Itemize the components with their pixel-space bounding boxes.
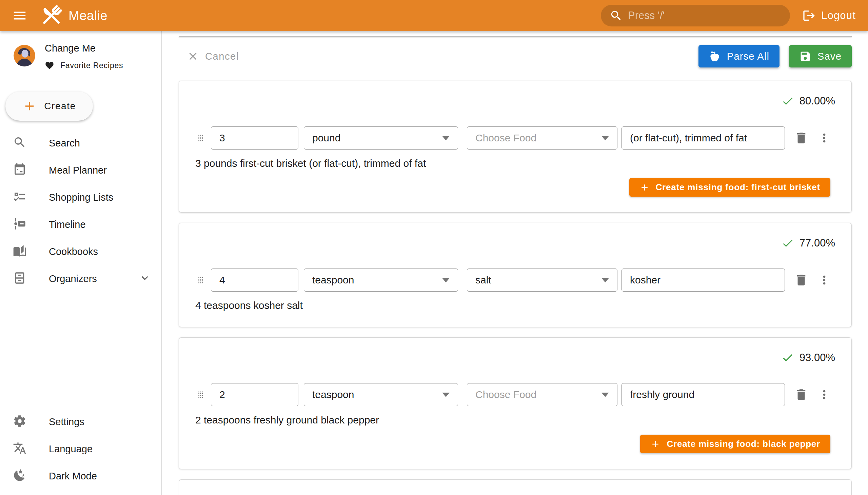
- unit-select[interactable]: pound: [304, 126, 458, 150]
- caret-down-icon: [442, 136, 449, 140]
- unit-select[interactable]: teaspoon: [304, 269, 458, 292]
- unit-value: teaspoon: [312, 274, 354, 286]
- create-missing-food-button[interactable]: Create missing food: black pepper: [640, 434, 830, 453]
- save-button[interactable]: Save: [789, 45, 852, 67]
- cancel-button[interactable]: Cancel: [179, 50, 239, 62]
- sidebar-item-label: Search: [49, 138, 80, 149]
- avatar: [14, 45, 35, 66]
- note-input[interactable]: [622, 383, 785, 406]
- sidebar-item-label: Settings: [49, 416, 84, 428]
- chevron-down-icon[interactable]: [138, 272, 151, 286]
- original-ingredient-text: 4 teaspoons kosher salt: [195, 300, 835, 311]
- food-select[interactable]: salt: [467, 269, 617, 292]
- confidence-value: 93.00%: [800, 352, 835, 364]
- sidebar-item-cookbooks[interactable]: Cookbooks: [0, 238, 161, 265]
- previous-card-edge: [179, 36, 852, 37]
- quantity-input[interactable]: [211, 126, 299, 150]
- plus-icon: [650, 439, 661, 449]
- user-name: Change Me: [45, 43, 123, 54]
- drag-handle[interactable]: [195, 387, 206, 402]
- logout-button[interactable]: Logout: [802, 9, 856, 22]
- sidebar-item-settings[interactable]: Settings: [0, 408, 161, 435]
- logout-label: Logout: [821, 10, 856, 22]
- check-icon: [781, 95, 794, 107]
- sidebar-item-label: Shopping Lists: [49, 192, 113, 203]
- food-value: Choose Food: [475, 132, 537, 144]
- timeline-icon: [13, 217, 27, 232]
- original-ingredient-text: 3 pounds first-cut brisket (or flat-cut)…: [195, 158, 835, 169]
- moon-icon: [13, 468, 27, 483]
- check-icon: [781, 351, 794, 364]
- sidebar-item-organizers[interactable]: Organizers: [0, 265, 161, 292]
- ingredient-card: 93.00% teaspoon Choose Food 2 teaspo: [179, 337, 852, 469]
- save-label: Save: [817, 51, 841, 62]
- ingredient-fields-row: teaspoon Choose Food: [195, 383, 835, 406]
- sidebar-item-shopping-lists[interactable]: Shopping Lists: [0, 184, 161, 211]
- confidence-value: 77.00%: [800, 237, 835, 249]
- drag-handle[interactable]: [195, 131, 206, 146]
- sidebar-item-label: Organizers: [49, 273, 97, 285]
- quantity-input[interactable]: [211, 269, 299, 292]
- sidebar-item-language[interactable]: Language: [0, 435, 161, 462]
- food-value: salt: [475, 274, 491, 286]
- sidebar-item-search[interactable]: Search: [0, 130, 161, 157]
- unit-value: teaspoon: [312, 389, 354, 400]
- original-ingredient-text: 2 teaspoons freshly ground black pepper: [195, 414, 835, 426]
- parse-all-button[interactable]: Parse All: [698, 45, 780, 67]
- global-search-input[interactable]: Press '/': [601, 5, 790, 27]
- food-select[interactable]: Choose Food: [467, 126, 617, 150]
- delete-button[interactable]: [793, 130, 809, 146]
- favorites-label: Favorite Recipes: [61, 61, 123, 70]
- user-section[interactable]: Change Me Favorite Recipes: [0, 31, 161, 82]
- delete-button[interactable]: [793, 387, 809, 403]
- sidebar-item-timeline[interactable]: Timeline: [0, 211, 161, 238]
- parse-all-label: Parse All: [727, 51, 769, 62]
- quantity-input[interactable]: [211, 383, 299, 406]
- kebab-icon: [817, 131, 831, 145]
- unit-value: pound: [312, 132, 340, 144]
- sidebar-footer-nav: Settings Language Dark Mode: [0, 404, 161, 495]
- confidence-row: 77.00%: [195, 237, 835, 250]
- sidebar-item-dark-mode[interactable]: Dark Mode: [0, 462, 161, 490]
- create-missing-food-label: Create missing food: black pepper: [667, 439, 820, 449]
- food-select[interactable]: Choose Food: [467, 383, 617, 406]
- caret-down-icon: [442, 393, 449, 397]
- trash-icon: [794, 388, 808, 402]
- drag-handle[interactable]: [195, 273, 206, 288]
- more-options-button[interactable]: [816, 387, 832, 403]
- note-input[interactable]: [622, 126, 785, 150]
- create-label: Create: [44, 101, 76, 112]
- kebab-icon: [817, 388, 831, 402]
- confidence-row: 93.00%: [195, 351, 835, 364]
- sidebar: Change Me Favorite Recipes Create Search…: [0, 31, 162, 495]
- sidebar-divider: [0, 82, 161, 82]
- sidebar-item-label: Timeline: [49, 219, 86, 230]
- confidence-value: 80.00%: [800, 95, 835, 107]
- more-options-button[interactable]: [816, 272, 832, 288]
- book-icon: [13, 244, 27, 259]
- create-button[interactable]: Create: [5, 91, 93, 121]
- ingredient-card-list: 80.00% pound Choose Food 3 pounds fi: [179, 81, 852, 495]
- sidebar-item-label: Cookbooks: [49, 246, 98, 257]
- check-icon: [781, 237, 794, 250]
- close-icon: [187, 50, 199, 62]
- plus-icon: [22, 99, 37, 113]
- note-input[interactable]: [622, 269, 785, 292]
- more-options-button[interactable]: [816, 130, 832, 146]
- mealie-logo-icon: [39, 3, 64, 29]
- ingredient-fields-row: teaspoon salt: [195, 269, 835, 292]
- kebab-icon: [817, 273, 831, 287]
- ingredient-card: 77.00% teaspoon salt 4 teaspoons kos: [179, 223, 852, 327]
- main-content: Cancel Parse All Save 80.00% pound: [162, 31, 868, 495]
- translate-icon: [13, 441, 27, 456]
- sidebar-item-meal-planner[interactable]: Meal Planner: [0, 157, 161, 184]
- trash-icon: [794, 131, 808, 145]
- calendar-icon: [13, 163, 27, 178]
- unit-select[interactable]: teaspoon: [304, 383, 458, 406]
- create-missing-food-button[interactable]: Create missing food: first-cut brisket: [629, 178, 830, 197]
- delete-button[interactable]: [793, 272, 809, 288]
- favorite-recipes-link[interactable]: Favorite Recipes: [45, 61, 123, 70]
- confidence-row: 80.00%: [195, 95, 835, 107]
- menu-icon[interactable]: [9, 5, 31, 27]
- search-placeholder: Press '/': [628, 10, 665, 22]
